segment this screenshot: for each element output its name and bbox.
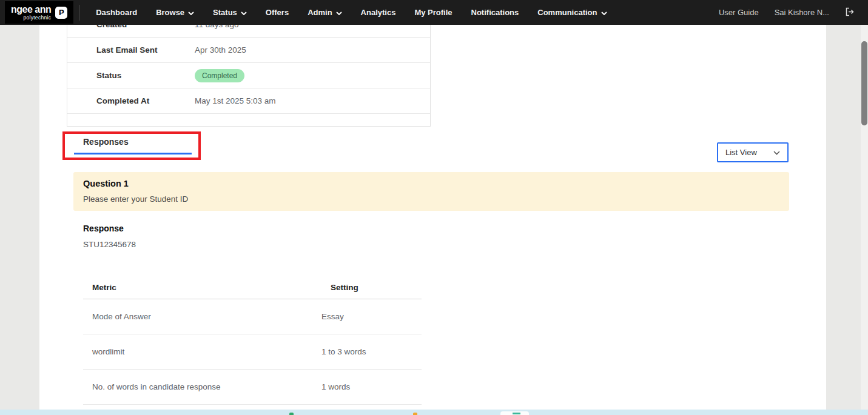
chevron-down-icon	[336, 8, 342, 17]
strip-teal-mark	[513, 413, 520, 414]
setting-cell: 1 to 3 words	[321, 347, 422, 356]
response-heading: Response	[83, 224, 124, 233]
tab-responses[interactable]: Responses	[83, 137, 129, 147]
nav-right: User Guide Sai Kishore N...	[719, 7, 855, 18]
detail-label: Status	[96, 71, 195, 80]
metric-cell: Mode of Answer	[92, 312, 321, 321]
chevron-down-icon	[241, 8, 247, 17]
detail-value: May 1st 2025 5:03 am	[195, 96, 276, 105]
table-row: No. of words in candidate response 1 wor…	[83, 370, 422, 405]
user-name[interactable]: Sai Kishore N...	[775, 8, 829, 17]
nav-item-admin[interactable]: Admin	[308, 8, 341, 17]
table-row: Status Completed	[67, 63, 430, 88]
nav-item-browse[interactable]: Browse	[156, 8, 194, 17]
question-title: Question 1	[83, 179, 779, 188]
metrics-header-row: Metric Setting	[83, 279, 422, 299]
status-badge: Completed	[195, 69, 244, 82]
chevron-down-icon	[188, 8, 194, 17]
strip-green-dot	[289, 413, 294, 415]
column-header-metric: Metric	[92, 283, 331, 292]
nav-items: Dashboard Browse Status Offers Admin Ana…	[96, 8, 607, 17]
nav-divider	[79, 5, 79, 21]
metric-cell: No. of words in candidate response	[92, 382, 321, 391]
nav-item-my-profile[interactable]: My Profile	[414, 8, 452, 17]
question-text: Please enter your Student ID	[83, 194, 779, 204]
table-row: Last Email Sent Apr 30th 2025	[67, 38, 430, 63]
chevron-down-icon	[773, 148, 780, 157]
nav-item-dashboard[interactable]: Dashboard	[96, 8, 137, 17]
active-tab-underline	[74, 153, 192, 154]
scrollbar-thumb[interactable]	[861, 41, 867, 125]
nav-item-analytics[interactable]: Analytics	[361, 8, 396, 17]
detail-value: Apr 30th 2025	[195, 45, 246, 55]
background-window-strip	[0, 410, 868, 415]
detail-label: Last Email Sent	[96, 45, 195, 55]
setting-cell: 1 words	[321, 382, 422, 391]
metrics-table: Metric Setting Mode of Answer Essay word…	[83, 279, 422, 405]
nav-item-offers[interactable]: Offers	[266, 8, 289, 17]
detail-label: Completed At	[96, 96, 195, 105]
ngee-ann-logo[interactable]: ngee ann polytechnic P	[5, 1, 73, 24]
user-guide-link[interactable]: User Guide	[719, 8, 759, 17]
view-mode-select[interactable]: List View	[717, 142, 789, 162]
nav-item-notifications[interactable]: Notifications	[471, 8, 519, 17]
np-logo-icon: P	[55, 7, 67, 19]
nav-item-status[interactable]: Status	[213, 8, 247, 17]
page: Created 11 days ago Last Email Sent Apr …	[0, 0, 868, 415]
detail-value: Completed	[195, 69, 244, 82]
question-banner: Question 1 Please enter your Student ID	[73, 172, 789, 211]
right-margin	[826, 25, 861, 410]
chevron-down-icon	[601, 8, 607, 17]
table-row: wordlimit 1 to 3 words	[83, 334, 422, 370]
table-row: Completed At May 1st 2025 5:03 am	[67, 88, 430, 114]
metric-cell: wordlimit	[92, 347, 321, 356]
logo-text: ngee ann polytechnic	[11, 5, 51, 21]
top-navbar: ngee ann polytechnic P Dashboard Browse …	[0, 0, 868, 25]
logout-icon[interactable]	[845, 7, 855, 18]
left-margin	[0, 25, 39, 410]
view-mode-value: List View	[725, 148, 757, 157]
nav-item-communication[interactable]: Communication	[537, 8, 607, 17]
column-header-setting: Setting	[331, 283, 422, 292]
table-row: Mode of Answer Essay	[83, 299, 422, 334]
response-value: STU12345678	[83, 240, 136, 249]
setting-cell: Essay	[321, 312, 422, 321]
submission-details-card: Created 11 days ago Last Email Sent Apr …	[67, 12, 431, 127]
strip-window-chip	[500, 411, 529, 415]
strip-orange-dot	[413, 413, 417, 415]
